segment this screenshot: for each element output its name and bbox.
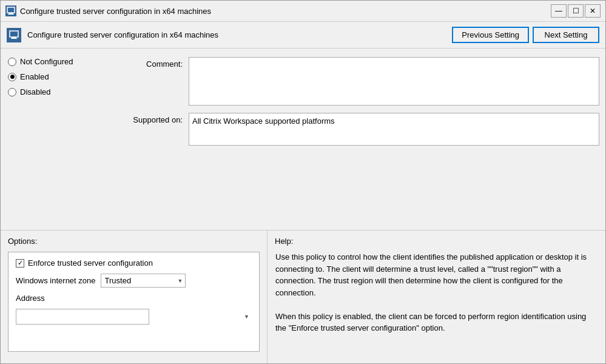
address-dropdown[interactable] <box>16 309 149 325</box>
app-icon <box>5 5 16 16</box>
header-bar: Configure trusted server configuration i… <box>1 21 605 49</box>
address-label: Address <box>16 294 252 303</box>
bottom-area: Options: Enforce trusted server configur… <box>1 230 605 363</box>
header-icon <box>7 28 21 42</box>
supported-on-row: Supported on: All Citrix Workspace suppo… <box>128 113 599 146</box>
radio-group: Not Configured Enabled Disabled <box>8 57 115 96</box>
comment-textarea-wrap <box>189 57 599 106</box>
window-title: Configure trusted server configuration i… <box>20 7 547 16</box>
zone-dropdown-wrap: Trusted Local intranet Internet Restrict… <box>101 274 186 288</box>
radio-circle-not-configured <box>8 58 16 66</box>
help-panel: Help: Use this policy to control how the… <box>268 231 605 363</box>
supported-on-value: All Citrix Workspace supported platforms <box>189 113 599 146</box>
title-bar: Configure trusted server configuration i… <box>1 1 605 21</box>
maximize-button[interactable]: ☐ <box>568 4 584 18</box>
radio-label-not-configured: Not Configured <box>20 57 73 66</box>
help-title: Help: <box>275 237 598 246</box>
svg-rect-4 <box>12 37 16 38</box>
main-window: Configure trusted server configuration i… <box>0 0 606 364</box>
enforce-label: Enforce trusted server configuration <box>28 258 153 268</box>
svg-rect-1 <box>8 13 13 14</box>
enforce-checkbox[interactable] <box>16 259 24 268</box>
comment-label: Comment: <box>128 57 183 69</box>
help-content: Use this policy to control how the clien… <box>275 251 598 357</box>
radio-label-enabled: Enabled <box>20 72 49 81</box>
window-controls: — ☐ ✕ <box>551 4 601 18</box>
radio-circle-disabled <box>8 88 16 96</box>
address-dropdown-wrap: ▼ <box>16 309 252 325</box>
address-dropdown-arrow-icon: ▼ <box>244 314 249 320</box>
address-section: Address <box>16 294 252 303</box>
header-title: Configure trusted server configuration i… <box>27 30 446 39</box>
options-panel: Options: Enforce trusted server configur… <box>1 231 268 363</box>
supported-on-wrap: All Citrix Workspace supported platforms <box>189 113 599 146</box>
svg-rect-3 <box>10 31 18 37</box>
minimize-button[interactable]: — <box>551 4 567 18</box>
supported-on-label: Supported on: <box>128 113 183 124</box>
comment-textarea[interactable] <box>189 57 599 106</box>
radio-enabled[interactable]: Enabled <box>8 72 115 81</box>
zone-label: Windows internet zone <box>16 276 96 285</box>
right-panel: Comment: Supported on: All Citrix Worksp… <box>122 49 605 230</box>
radio-disabled[interactable]: Disabled <box>8 87 115 96</box>
content-area: Not Configured Enabled Disabled Comment: <box>1 49 605 230</box>
header-buttons: Previous Setting Next Setting <box>452 27 599 43</box>
close-button[interactable]: ✕ <box>585 4 601 18</box>
radio-circle-enabled <box>8 73 16 81</box>
options-box: Enforce trusted server configuration Win… <box>8 252 260 352</box>
zone-dropdown-row: Windows internet zone Trusted Local intr… <box>16 274 252 288</box>
zone-dropdown[interactable]: Trusted Local intranet Internet Restrict… <box>101 274 186 288</box>
svg-rect-0 <box>7 7 15 13</box>
radio-not-configured[interactable]: Not Configured <box>8 57 115 66</box>
options-title: Options: <box>8 237 260 246</box>
radio-label-disabled: Disabled <box>20 87 51 96</box>
svg-rect-5 <box>11 38 17 39</box>
help-text: Use this policy to control how the clien… <box>275 252 587 332</box>
previous-setting-button[interactable]: Previous Setting <box>452 27 529 43</box>
svg-rect-2 <box>8 14 14 15</box>
next-setting-button[interactable]: Next Setting <box>533 27 599 43</box>
left-panel: Not Configured Enabled Disabled <box>1 49 122 230</box>
comment-row: Comment: <box>128 57 599 106</box>
enforce-checkbox-row[interactable]: Enforce trusted server configuration <box>16 258 252 268</box>
